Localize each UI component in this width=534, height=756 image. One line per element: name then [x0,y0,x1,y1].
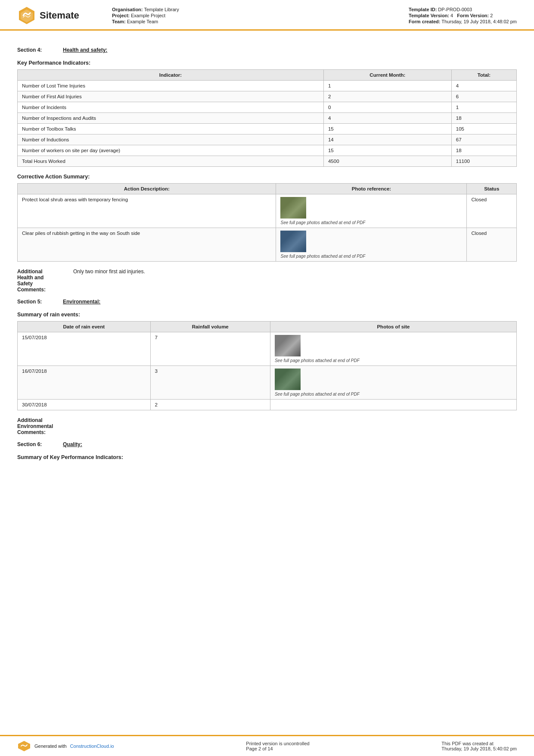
corrective-status: Closed [467,194,517,228]
quality-heading: Summary of Key Performance Indicators: [17,454,517,460]
section4-label: Section 4: [17,47,56,53]
kpi-cell: 6 [451,91,516,102]
corrective-status: Closed [467,228,517,262]
kpi-cell: Number of workers on site per day (avera… [18,145,324,156]
rain-photo-caption: See full page photos attached at end of … [275,358,512,363]
footer-logo-icon [17,740,31,752]
kpi-cell: 67 [451,134,516,145]
template-id-label: Template ID: [409,7,437,12]
kpi-cell: 18 [451,145,516,156]
kpi-cell: 14 [323,134,451,145]
rain-row: 15/07/20187See full page photos attached… [18,332,517,366]
kpi-heading: Key Performance Indicators: [17,60,517,66]
team-label: Team: [112,19,126,24]
corrective-description: Clear piles of rubbish getting in the wa… [18,228,276,262]
kpi-cell: 4 [451,81,516,91]
header: Sitemate Organisation: Template Library … [0,0,534,31]
footer-center-line1: Printed version is uncontrolled [246,741,309,746]
rain-col-photos: Photos of site [270,322,516,332]
corrective-description: Protect local shrub areas with temporary… [18,194,276,228]
corrective-row: Clear piles of rubbish getting in the wa… [18,228,517,262]
kpi-row: Number of Inspections and Audits418 [18,113,517,124]
kpi-col-current: Current Month: [323,70,451,81]
footer-right-line1: This PDF was created at [441,741,517,746]
kpi-cell: 1 [323,81,451,91]
section4-name: Health and safety: [63,47,107,53]
rain-date: 30/07/2018 [18,400,151,410]
env-comments-block: Additional Environmental Comments: [17,417,517,435]
photo-thumbnail-shrub [280,197,306,219]
env-comments-label: Additional Environmental Comments: [17,417,73,435]
footer-generated-label: Generated with [34,744,67,749]
meta-right: Template ID: DP-PROD-0003 Template Versi… [409,7,517,24]
logo-text: Sitemate [40,10,79,21]
project-row: Project: Example Project [112,13,179,18]
footer-right-line2: Thursday, 19 July 2018, 5:40:02 pm [441,746,517,751]
footer-left: Generated with ConstructionCloud.io [17,740,114,752]
kpi-cell: 105 [451,124,516,134]
kpi-cell: Number of First Aid Injuries [18,91,324,102]
footer-center-line2: Page 2 of 14 [246,746,309,751]
rain-photo-cell: See full page photos attached at end of … [270,366,516,400]
corrective-photo-cell: See full page photos attached at end of … [276,228,467,262]
kpi-cell: 4500 [323,156,451,167]
rain-photo-thumbnail [275,369,301,390]
rain-header-row: Date of rain event Rainfall volume Photo… [18,322,517,332]
kpi-cell: 18 [451,113,516,124]
corrective-col-desc: Action Description: [18,184,276,194]
corrective-col-status: Status [467,184,517,194]
template-version-row: Template Version: 4 Form Version: 2 [409,13,517,18]
section5-title: Section 5: Environmental: [17,299,517,305]
rain-photo-thumbnail [275,335,301,356]
corrective-header-row: Action Description: Photo reference: Sta… [18,184,517,194]
rain-volume: 7 [150,332,270,366]
footer-right: This PDF was created at Thursday, 19 Jul… [441,741,517,751]
health-comments-block: Additional Health and Safety Comments: O… [17,269,517,293]
form-version-value: 2 [490,13,493,18]
main-content: Section 4: Health and safety: Key Perfor… [0,31,534,735]
kpi-row: Number of First Aid Injuries26 [18,91,517,102]
team-row: Team: Example Team [112,19,179,24]
rain-photo-cell: See full page photos attached at end of … [270,332,516,366]
org-row: Organisation: Template Library [112,7,179,12]
rain-row: 16/07/20183See full page photos attached… [18,366,517,400]
kpi-cell: Number of Lost Time Injuries [18,81,324,91]
corrective-heading: Corrective Action Summary: [17,174,517,180]
kpi-row: Number of Lost Time Injuries14 [18,81,517,91]
kpi-cell: Total Hours Worked [18,156,324,167]
corrective-photo-cell: See full page photos attached at end of … [276,194,467,228]
template-id-value: DP-PROD-0003 [438,7,472,12]
kpi-row: Number of Toolbox Talks15105 [18,124,517,134]
footer-link[interactable]: ConstructionCloud.io [70,744,114,749]
photo-thumbnail-rubbish [280,231,306,252]
health-comments-value: Only two minor first aid injuries. [73,269,145,293]
rain-col-volume: Rainfall volume [150,322,270,332]
kpi-col-total: Total: [451,70,516,81]
form-created-label: Form created: [409,19,440,24]
kpi-row: Number of workers on site per day (avera… [18,145,517,156]
section6-title: Section 6: Quality: [17,441,517,447]
org-label: Organisation: [112,7,143,12]
rain-table: Date of rain event Rainfall volume Photo… [17,321,517,410]
kpi-cell: 4 [323,113,451,124]
rain-col-date: Date of rain event [18,322,151,332]
rain-photo-caption: See full page photos attached at end of … [275,392,512,397]
page: Sitemate Organisation: Template Library … [0,0,534,756]
form-created-value: Thursday, 19 July 2018, 4:48:02 pm [441,19,517,24]
template-version-value: 4 [450,13,453,18]
kpi-cell: 15 [323,145,451,156]
kpi-col-indicator: Indicator: [18,70,324,81]
logo-area: Sitemate [17,6,95,25]
footer: Generated with ConstructionCloud.io Prin… [0,735,534,756]
kpi-cell: 2 [323,91,451,102]
section6-label: Section 6: [17,441,56,447]
health-comments-label: Additional Health and Safety Comments: [17,269,73,293]
photo-caption: See full page photos attached at end of … [280,254,462,259]
form-version-label: Form Version: [457,13,489,18]
team-value: Example Team [127,19,158,24]
sitemate-logo-icon [17,6,36,25]
kpi-cell: 1 [451,102,516,113]
kpi-cell: Number of Inspections and Audits [18,113,324,124]
kpi-cell: 11100 [451,156,516,167]
kpi-cell: Number of Toolbox Talks [18,124,324,134]
